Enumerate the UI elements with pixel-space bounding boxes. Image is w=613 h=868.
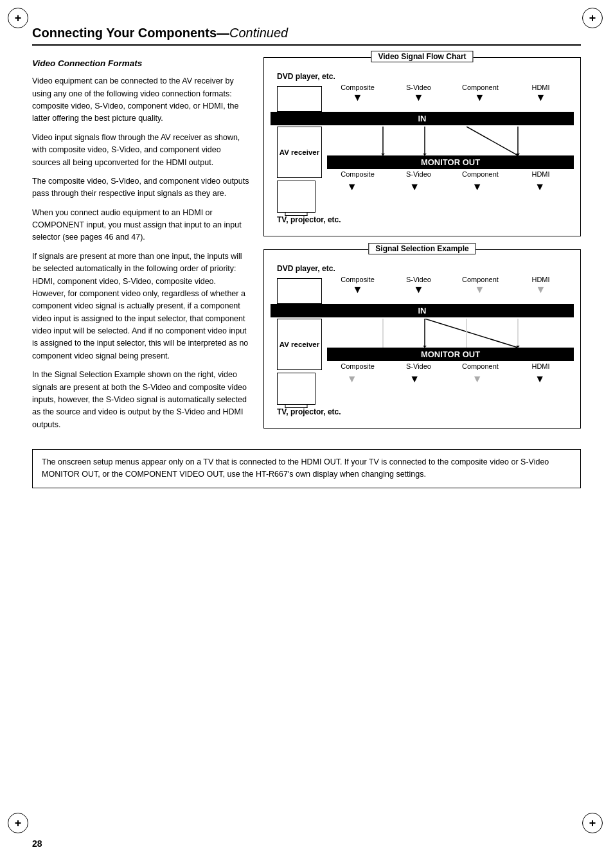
mon-composite: Composite (340, 170, 375, 178)
d2-arrow-composite: ▼ (340, 285, 375, 295)
d2-label-svideo: S-Video (401, 276, 436, 283)
diagram-video-signal-flow: Video Signal Flow Chart DVD player, etc.… (263, 57, 581, 236)
d2-mon-svideo: S-Video (401, 362, 436, 370)
tv-arrow-component: ▼ (459, 182, 495, 192)
reg-mark-bl (8, 813, 31, 836)
diagram2-monitor-bar: MONITOR OUT (327, 348, 574, 361)
svg-line-10 (425, 319, 518, 348)
svg-marker-4 (381, 154, 385, 155)
mon-svideo: S-Video (401, 170, 436, 178)
d2-arrow-svideo: ▼ (401, 285, 436, 295)
d2-mon-component: Component (462, 362, 497, 370)
diagram1-top-arrows: Composite S-Video Component HDMI ▼ ▼ ▼ ▼ (327, 84, 574, 104)
diagram2-down-arrows: ▼ ▼ ▼ ▼ (327, 285, 574, 295)
diagram1-in-bar: IN (271, 112, 574, 125)
diagram2-av-section: AV receiver (271, 319, 574, 370)
diagram2-top-arrows: Composite S-Video Component HDMI ▼ ▼ ▼ ▼ (327, 276, 574, 296)
para3: The composite video, S-Video, and compon… (32, 175, 251, 200)
diagram2-dvd-label: DVD player, etc. (277, 264, 574, 273)
reg-mark-tl (8, 8, 31, 31)
page: Connecting Your Components—Continued Vid… (0, 0, 613, 868)
diagram2-title: Signal Selection Example (368, 243, 475, 254)
diagram2-tv-box (277, 373, 315, 405)
para2: Video input signals flow through the AV … (32, 132, 251, 169)
diagram1-dvd-row: Composite S-Video Component HDMI ▼ ▼ ▼ ▼ (271, 84, 574, 112)
diagram1-connections (327, 127, 574, 155)
d2-tv-arrow-hdmi: ▼ (522, 374, 558, 384)
d2-tv-arrow-composite: ▼ (334, 374, 369, 384)
para4: When you connect audio equipment to an H… (32, 207, 251, 244)
diagram1-tv-box (277, 181, 315, 213)
diagram1-dvd-label: DVD player, etc. (277, 72, 574, 81)
diagram2-in-bar: IN (271, 304, 574, 317)
svg-line-2 (466, 127, 518, 155)
d2-arrow-hdmi: ▼ (523, 285, 558, 295)
svg-marker-5 (423, 154, 427, 155)
page-header: Connecting Your Components—Continued (32, 26, 581, 46)
d2-label-composite: Composite (340, 276, 375, 283)
main-content: Video Connection Formats Video equipment… (32, 57, 581, 438)
diagram2-tv-row: ▼ ▼ ▼ ▼ (271, 373, 574, 405)
para6: In the Signal Selection Example shown on… (32, 369, 251, 431)
arrow-component-down: ▼ (462, 93, 497, 103)
diagram2-tv-label: TV, projector, etc. (277, 407, 574, 416)
mon-component: Component (462, 170, 497, 178)
page-number: 28 (32, 838, 42, 849)
diagram2-tv-arrows: ▼ ▼ ▼ ▼ (321, 373, 574, 384)
page-title: Connecting Your Components—Continued (32, 26, 288, 40)
diagram1-down-arrows: ▼ ▼ ▼ ▼ (327, 93, 574, 103)
label-component1: Component (462, 84, 497, 91)
diagram2-connections (327, 319, 574, 348)
diagram1-monitor-labels: Composite S-Video Component HDMI (327, 170, 574, 178)
right-column: Video Signal Flow Chart DVD player, etc.… (263, 57, 581, 438)
para1: Video equipment can be connected to the … (32, 75, 251, 125)
d2-mon-hdmi: HDMI (523, 362, 558, 370)
svg-marker-13 (423, 346, 427, 348)
tv-arrow-hdmi: ▼ (522, 182, 558, 192)
arrow-hdmi-down: ▼ (523, 93, 558, 103)
d2-tv-arrow-svideo: ▼ (397, 374, 432, 384)
reg-mark-tr (582, 8, 605, 31)
diagram1-signal-labels: Composite S-Video Component HDMI (327, 84, 574, 91)
diagram1-av-label: AV receiver (277, 127, 322, 178)
diagram1-title: Video Signal Flow Chart (371, 51, 473, 62)
diagram-signal-selection: Signal Selection Example DVD player, etc… (263, 249, 581, 429)
left-column: Video Connection Formats Video equipment… (32, 57, 251, 438)
tv-arrow-svideo: ▼ (397, 182, 432, 192)
diagram1-tv-row: ▼ ▼ ▼ ▼ (271, 181, 574, 213)
diagram1-tv-left (277, 181, 315, 213)
diagram2-tv-left (277, 373, 315, 405)
diagram1-tv-label: TV, projector, etc. (277, 215, 574, 224)
note-box: The onscreen setup menus appear only on … (32, 449, 581, 488)
label-composite1: Composite (340, 84, 375, 91)
diagram2-monitor-labels: Composite S-Video Component HDMI (327, 362, 574, 370)
reg-mark-br (582, 813, 605, 836)
diagram1-svg (327, 127, 574, 155)
diagram2-signal-labels: Composite S-Video Component HDMI (327, 276, 574, 283)
diagram1-monitor-bar: MONITOR OUT (327, 155, 574, 169)
diagram1-av-section: AV receiver (271, 127, 574, 178)
tv-arrow-composite: ▼ (334, 182, 369, 192)
label-svideo1: S-Video (401, 84, 436, 91)
diagram2-av-label: AV receiver (277, 319, 322, 370)
section-title: Video Connection Formats (32, 57, 251, 70)
arrow-svideo-down: ▼ (401, 93, 436, 103)
mon-hdmi: HDMI (523, 170, 558, 178)
d2-label-hdmi: HDMI (523, 276, 558, 283)
diagram2-inner: DVD player, etc. Composite S-Video Compo… (264, 250, 580, 421)
d2-tv-arrow-component: ▼ (459, 374, 495, 384)
label-hdmi1: HDMI (523, 84, 558, 91)
d2-arrow-component: ▼ (462, 285, 497, 295)
diagram1-dvd-box (277, 86, 322, 112)
para5: If signals are present at more than one … (32, 251, 251, 362)
arrow-composite-down: ▼ (340, 93, 375, 103)
diagram1-av-right: MONITOR OUT Composite S-Video Component … (327, 127, 574, 178)
diagram1-inner: DVD player, etc. Composite S-Video Compo… (264, 58, 580, 229)
diagram2-av-right: MONITOR OUT Composite S-Video Component … (327, 319, 574, 370)
diagram1-tv-arrows: ▼ ▼ ▼ ▼ (321, 181, 574, 192)
d2-label-component: Component (462, 276, 497, 283)
diagram2-dvd-row: Composite S-Video Component HDMI ▼ ▼ ▼ ▼ (271, 276, 574, 304)
d2-mon-composite: Composite (340, 362, 375, 370)
diagram2-dvd-box (277, 278, 322, 304)
diagram2-svg (327, 319, 574, 348)
